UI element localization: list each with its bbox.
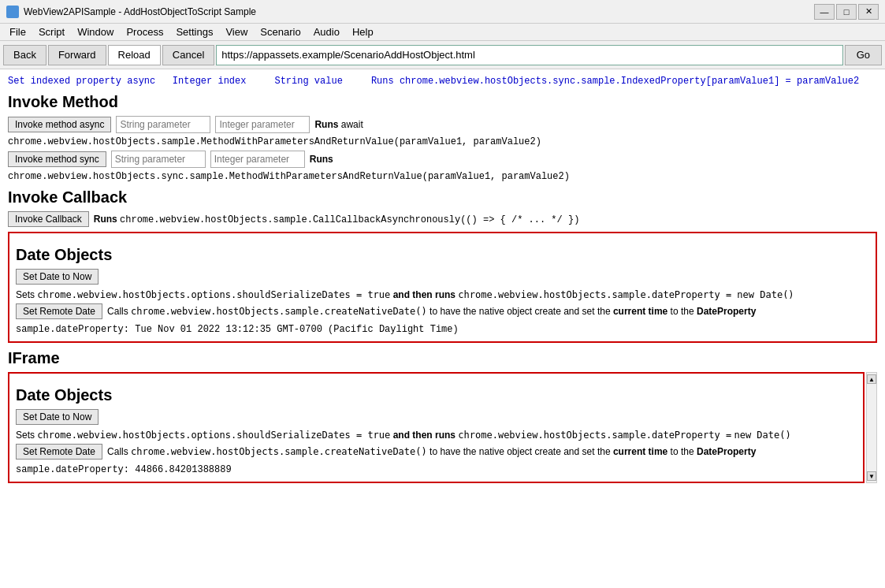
sync-code-block: chrome.webview.hostObjects.sync.sample.M… bbox=[8, 171, 877, 182]
title-bar: WebView2APISample - AddHostObjectToScrip… bbox=[0, 0, 885, 24]
forward-button[interactable]: Forward bbox=[48, 45, 106, 65]
close-button[interactable]: ✕ bbox=[858, 4, 879, 20]
invoke-method-async-row: Invoke method async Runs await bbox=[8, 116, 877, 133]
reload-button[interactable]: Reload bbox=[108, 45, 161, 65]
minimize-button[interactable]: — bbox=[814, 4, 835, 20]
async-int-param[interactable] bbox=[215, 116, 310, 133]
window-title: WebView2APISample - AddHostObjectToScrip… bbox=[24, 6, 256, 17]
go-button[interactable]: Go bbox=[845, 45, 882, 65]
invoke-callback-title: Invoke Callback bbox=[8, 188, 877, 207]
menu-script[interactable]: Script bbox=[32, 24, 71, 39]
truncated-top: Set indexed property async Integer index… bbox=[8, 76, 877, 87]
invoke-method-sync-button[interactable]: Invoke method sync bbox=[8, 151, 106, 167]
menu-view[interactable]: View bbox=[219, 24, 254, 39]
iframe-set-date-desc: Sets chrome.webview.hostObjects.options.… bbox=[16, 430, 791, 441]
invoke-method-section: Invoke Method Invoke method async Runs a… bbox=[8, 93, 877, 182]
menu-bar: File Script Window Process Settings View… bbox=[0, 24, 885, 41]
iframe-date-objects-section: Date Objects Set Date to Now Sets chrome… bbox=[8, 372, 865, 483]
async-code-block: chrome.webview.hostObjects.sample.Method… bbox=[8, 136, 877, 147]
set-remote-desc: Calls chrome.webview.hostObjects.sample.… bbox=[107, 306, 756, 317]
back-button[interactable]: Back bbox=[3, 45, 46, 65]
date-objects-section: Date Objects Set Date to Now Sets chrome… bbox=[8, 232, 877, 343]
menu-help[interactable]: Help bbox=[346, 24, 380, 39]
sync-string-param[interactable] bbox=[111, 151, 206, 168]
menu-file[interactable]: File bbox=[3, 24, 32, 39]
menu-window[interactable]: Window bbox=[71, 24, 120, 39]
date-status: sample.dateProperty: Tue Nov 01 2022 13:… bbox=[16, 324, 869, 335]
iframe-set-date-row: Set Date to Now Sets chrome.webview.host… bbox=[16, 409, 857, 441]
cancel-button[interactable]: Cancel bbox=[162, 45, 214, 65]
window-controls: — □ ✕ bbox=[814, 4, 879, 20]
iframe-title: IFrame bbox=[8, 349, 877, 367]
scrollbar-down-arrow[interactable]: ▼ bbox=[867, 471, 876, 481]
nav-bar: Back Forward Reload Cancel Go bbox=[0, 41, 885, 69]
menu-settings[interactable]: Settings bbox=[169, 24, 219, 39]
set-remote-date-button[interactable]: Set Remote Date bbox=[16, 303, 102, 319]
iframe-date-status: sample.dateProperty: 44866.84201388889 bbox=[16, 464, 857, 475]
invoke-method-sync-row: Invoke method sync Runs bbox=[8, 151, 877, 168]
callback-runs-text: Runs chrome.webview.hostObjects.sample.C… bbox=[94, 214, 580, 225]
invoke-callback-row: Invoke Callback Runs chrome.webview.host… bbox=[8, 211, 877, 227]
iframe-date-container: Date Objects Set Date to Now Sets chrome… bbox=[8, 372, 877, 483]
set-date-row: Set Date to Now Sets chrome.webview.host… bbox=[16, 269, 869, 300]
iframe-section: IFrame Date Objects Set Date to Now Sets… bbox=[8, 349, 877, 483]
async-string-param[interactable] bbox=[116, 116, 210, 133]
set-date-desc: Sets chrome.webview.hostObjects.options.… bbox=[16, 289, 794, 300]
iframe-set-remote-desc: Calls chrome.webview.hostObjects.sample.… bbox=[107, 446, 756, 457]
maximize-button[interactable]: □ bbox=[836, 4, 857, 20]
iframe-set-remote-date-row: Set Remote Date Calls chrome.webview.hos… bbox=[16, 444, 857, 460]
menu-scenario[interactable]: Scenario bbox=[254, 24, 307, 39]
menu-process[interactable]: Process bbox=[120, 24, 169, 39]
scrollbar-up-arrow[interactable]: ▲ bbox=[867, 374, 876, 384]
sync-int-param[interactable] bbox=[210, 151, 305, 168]
set-date-button[interactable]: Set Date to Now bbox=[16, 269, 99, 285]
url-input[interactable] bbox=[216, 45, 842, 65]
invoke-method-title: Invoke Method bbox=[8, 93, 877, 111]
iframe-set-remote-date-button[interactable]: Set Remote Date bbox=[16, 444, 102, 460]
invoke-callback-button[interactable]: Invoke Callback bbox=[8, 211, 89, 227]
async-runs-label: Runs await bbox=[314, 119, 363, 130]
app-icon bbox=[6, 6, 19, 18]
iframe-scrollbar[interactable]: ▲ ▼ bbox=[866, 372, 877, 483]
content-area[interactable]: Set indexed property async Integer index… bbox=[0, 69, 885, 588]
iframe-date-objects-title: Date Objects bbox=[16, 386, 857, 404]
sync-runs-label: Runs bbox=[310, 154, 333, 165]
menu-audio[interactable]: Audio bbox=[307, 24, 346, 39]
iframe-set-date-button[interactable]: Set Date to Now bbox=[16, 409, 99, 425]
set-remote-date-row: Set Remote Date Calls chrome.webview.hos… bbox=[16, 303, 869, 319]
invoke-callback-section: Invoke Callback Invoke Callback Runs chr… bbox=[8, 188, 877, 227]
date-objects-title: Date Objects bbox=[16, 246, 869, 264]
invoke-method-async-button[interactable]: Invoke method async bbox=[8, 117, 111, 132]
